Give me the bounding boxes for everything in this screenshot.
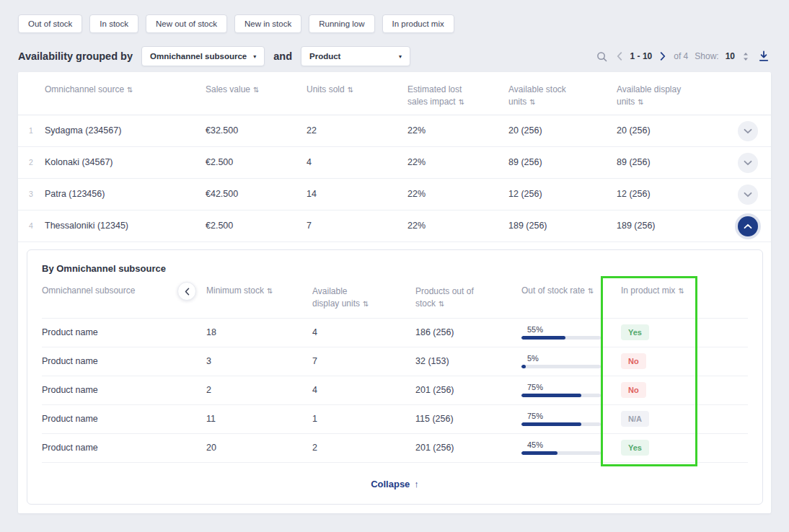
out-of-stock-rate-cell: 45% — [521, 440, 621, 455]
in-product-mix-cell: Yes — [621, 440, 748, 456]
subtable-row: Product name 20 2 201 (256) 45% Yes — [42, 433, 748, 462]
expand-row-button[interactable] — [738, 185, 758, 205]
minimum-stock-cell: 20 — [206, 443, 312, 453]
rate-label: 55% — [521, 325, 601, 334]
sales-value-cell: €2.500 — [206, 156, 307, 169]
available-display-units-cell: 189 (256) — [617, 219, 725, 232]
filter-running-low[interactable]: Running low — [309, 14, 374, 33]
available-display-units-cell: 7 — [312, 355, 415, 368]
products-out-of-stock-cell: 201 (256) — [415, 441, 521, 454]
filter-in-stock[interactable]: In stock — [89, 14, 138, 33]
subtable-row: Product name 2 4 201 (256) 75% No — [42, 376, 748, 404]
filter-in-product-mix[interactable]: In product mix — [382, 14, 454, 33]
progress-bar — [521, 336, 601, 340]
column-header-available-display-units[interactable]: Available display units⇅ — [617, 84, 725, 109]
subtable-body: Product name 18 4 186 (256) 55% Yes — [42, 318, 748, 463]
subsource-detail-panel: By Omnichannel subsource Omnichannel sub… — [27, 249, 763, 505]
in-product-mix-cell: N/A — [621, 411, 748, 427]
sort-icon: ⇅ — [348, 86, 353, 94]
sort-icon: ⇅ — [678, 287, 684, 295]
filter-new-out-of-stock[interactable]: New out of stock — [146, 14, 227, 33]
column-header-available-display-units[interactable]: Available display units⇅ — [312, 285, 415, 311]
minimum-stock-cell: 2 — [206, 385, 312, 395]
products-out-of-stock-cell: 186 (256) — [415, 326, 521, 339]
chevron-down-icon: ▾ — [253, 53, 256, 60]
available-display-units-cell: 89 (256) — [617, 156, 725, 169]
units-sold-cell: 7 — [307, 219, 407, 232]
subtable-row: Product name 18 4 186 (256) 55% Yes — [42, 318, 748, 347]
availability-dashboard: Out of stock In stock New out of stock N… — [0, 0, 789, 532]
available-display-units-cell: 12 (256) — [617, 187, 725, 200]
product-name-cell: Product name — [42, 385, 206, 395]
lost-sales-impact-cell: 22% — [407, 124, 508, 137]
units-sold-cell: 4 — [307, 156, 407, 169]
filter-out-of-stock[interactable]: Out of stock — [18, 14, 82, 33]
subtable-header: Omnichannel subsource Minimum stock⇅ Ava… — [42, 285, 748, 318]
collapse-row-button[interactable] — [738, 216, 758, 236]
product-name-cell: Product name — [42, 443, 206, 453]
minimum-stock-cell: 11 — [206, 414, 312, 424]
sort-icon: ⇅ — [588, 287, 594, 295]
lost-sales-impact-cell: 22% — [407, 187, 508, 200]
out-of-stock-rate-cell: 55% — [521, 325, 621, 340]
column-header-sales-value[interactable]: Sales value⇅ — [206, 84, 307, 96]
sort-icon: ⇅ — [253, 86, 259, 94]
sort-icon: ⇅ — [529, 98, 535, 106]
rate-label: 45% — [521, 440, 601, 449]
filter-new-in-stock[interactable]: New in stock — [234, 14, 301, 33]
column-header-available-stock-units[interactable]: Available stock units⇅ — [508, 84, 617, 109]
sort-icon: ⇅ — [438, 300, 444, 308]
products-out-of-stock-cell: 32 (153) — [415, 355, 521, 368]
page-size-label: Show: — [695, 51, 718, 61]
column-header-units-sold[interactable]: Units sold⇅ — [307, 84, 407, 96]
subpanel-title: By Omnichannel subsource — [42, 263, 748, 274]
status-badge: Yes — [621, 324, 649, 340]
subtable-row: Product name 3 7 32 (153) 5% No — [42, 347, 748, 376]
page-size-stepper[interactable] — [741, 50, 750, 63]
available-display-units-cell: 20 (256) — [617, 124, 725, 137]
group-by-primary-value: Omnichannel subsource — [150, 52, 247, 61]
in-product-mix-cell: Yes — [621, 324, 748, 340]
column-header-omnichannel-subsource: Omnichannel subsource — [42, 285, 206, 296]
table-row: 2 Kolonaki (34567) €2.500 4 22% 89 (256)… — [18, 147, 771, 179]
expand-row-button[interactable] — [738, 153, 758, 173]
pagination-prev-icon[interactable] — [615, 50, 624, 62]
chevron-down-icon: ▾ — [399, 53, 402, 60]
sort-icon: ⇅ — [638, 98, 643, 106]
column-header-omnichannel-source[interactable]: Omnichannel source⇅ — [45, 84, 206, 96]
omnichannel-source-cell: Thessaloniki (12345) — [45, 219, 206, 232]
omnichannel-source-cell: Patra (123456) — [45, 187, 206, 200]
available-display-units-cell: 2 — [312, 441, 415, 454]
out-of-stock-rate-cell: 75% — [521, 383, 621, 397]
collapse-panel-button[interactable]: Collapse ↑ — [371, 479, 419, 489]
products-out-of-stock-cell: 115 (256) — [415, 412, 521, 425]
progress-bar — [521, 394, 601, 397]
column-header-minimum-stock[interactable]: Minimum stock⇅ — [206, 285, 312, 296]
column-header-in-product-mix[interactable]: In product mix⇅ — [621, 285, 748, 296]
sort-icon: ⇅ — [267, 287, 273, 295]
progress-bar — [521, 422, 601, 426]
rate-label: 5% — [521, 354, 601, 363]
sort-icon: ⇅ — [459, 98, 464, 106]
search-icon[interactable] — [595, 50, 609, 63]
column-header-estimated-lost-sales-impact[interactable]: Estimated lost sales impact⇅ — [407, 84, 508, 109]
download-icon[interactable] — [757, 49, 771, 63]
status-badge: No — [621, 382, 646, 398]
product-name-cell: Product name — [42, 327, 206, 337]
available-stock-units-cell: 12 (256) — [508, 187, 617, 200]
sales-value-cell: €42.500 — [206, 187, 307, 200]
column-header-out-of-stock-rate[interactable]: Out of stock rate⇅ — [521, 285, 621, 296]
available-stock-units-cell: 189 (256) — [508, 219, 617, 232]
group-by-primary-dropdown[interactable]: Omnichannel subsource ▾ — [141, 46, 265, 66]
expand-row-button[interactable] — [738, 121, 758, 141]
column-header-products-out-of-stock[interactable]: Products out of stock⇅ — [415, 285, 521, 311]
collapse-column-chevron-left-icon[interactable] — [177, 282, 196, 301]
table-row: 1 Sydagma (234567) €32.500 22 22% 20 (25… — [18, 115, 771, 147]
out-of-stock-rate-cell: 5% — [521, 354, 621, 368]
pagination-next-icon[interactable] — [658, 50, 667, 62]
status-filter-bar: Out of stock In stock New out of stock N… — [18, 14, 454, 33]
group-by-secondary-dropdown[interactable]: Product ▾ — [301, 46, 410, 66]
units-sold-cell: 22 — [307, 124, 407, 137]
sort-icon: ⇅ — [127, 86, 133, 94]
conjunction-label: and — [273, 50, 292, 62]
